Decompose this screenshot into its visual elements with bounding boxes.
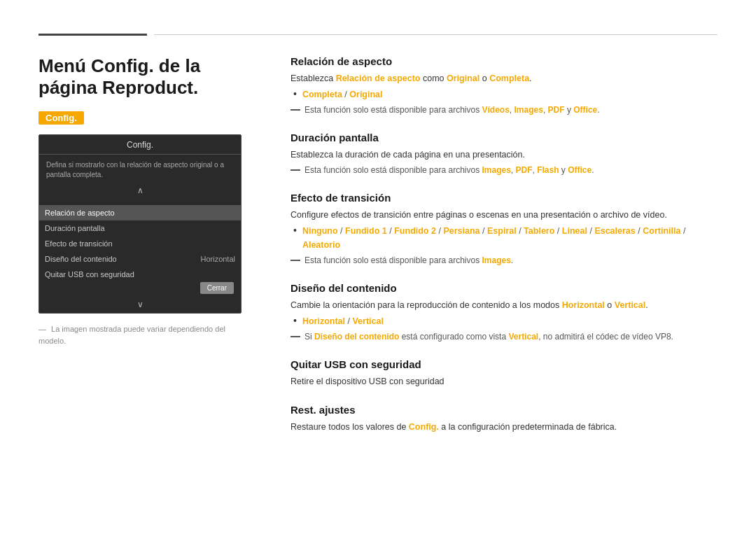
menu-item-relacion[interactable]: Relación de aspecto xyxy=(39,205,241,220)
cerrar-button[interactable]: Cerrar xyxy=(200,282,234,294)
menu-title-bar: Config. xyxy=(39,135,241,155)
section-quitar: Quitar USB con seguridad Retire el dispo… xyxy=(290,358,718,388)
menu-arrow-down-container: ∨ xyxy=(39,300,241,313)
para-efecto: Configure efectos de transición entre pá… xyxy=(290,208,718,222)
section-body-duracion: Establezca la duración de cada página en… xyxy=(290,148,718,176)
link-original: Original xyxy=(447,73,479,83)
link-original2: Original xyxy=(349,90,382,99)
image-note: ― La imagen mostrada puede variar depend… xyxy=(38,323,248,346)
link-images3: Images xyxy=(482,255,510,265)
note-line xyxy=(290,109,300,111)
bullet-diseno: • Horizontal / Vertical xyxy=(293,314,718,328)
page-title: Menú Config. de la página Reproduct. xyxy=(38,55,248,99)
top-lines xyxy=(38,34,718,36)
note-text-relacion: Esta función solo está disponible para a… xyxy=(304,104,600,116)
link-office2: Office xyxy=(568,165,592,175)
para-quitar: Retire el dispositivo USB con seguridad xyxy=(290,374,718,388)
section-body-efecto: Configure efectos de transición entre pá… xyxy=(290,208,718,267)
bullet-text-efecto: Ninguno / Fundido 1 / Fundido 2 / Persia… xyxy=(302,224,718,252)
right-column: Relación de aspecto Establezca Relación … xyxy=(290,55,718,449)
section-title-duracion: Duración pantalla xyxy=(290,132,718,143)
menu-item-quitar[interactable]: Quitar USB con seguridad xyxy=(39,267,241,282)
line-light xyxy=(154,34,718,35)
para-diseno: Cambie la orientación para la reproducci… xyxy=(290,298,718,312)
section-body-diseno: Cambie la orientación para la reproducci… xyxy=(290,298,718,343)
bullet-text-diseno: Horizontal / Vertical xyxy=(302,314,384,328)
para-rest: Restaure todos los valores de Config. a … xyxy=(290,420,718,434)
note-line xyxy=(290,336,300,337)
para-relacion: Establezca Relación de aspecto como Orig… xyxy=(290,71,718,85)
menu-mockup: Config. Defina si mostrarlo con la relac… xyxy=(38,134,241,314)
bullet-relacion: • Completa / Original xyxy=(293,87,718,101)
section-body-relacion: Establezca Relación de aspecto como Orig… xyxy=(290,71,718,116)
link-pdf: PDF xyxy=(548,105,565,115)
menu-item-efecto[interactable]: Efecto de transición xyxy=(39,236,241,251)
link-vertical: Vertical xyxy=(615,300,645,310)
link-flash: Flash xyxy=(537,165,559,175)
menu-inner-text: Defina si mostrarlo con la relación de a… xyxy=(46,160,234,180)
section-title-quitar: Quitar USB con seguridad xyxy=(290,358,718,370)
section-duracion: Duración pantalla Establezca la duración… xyxy=(290,132,718,176)
arrow-up-icon: ∧ xyxy=(137,185,144,195)
section-body-quitar: Retire el dispositivo USB con seguridad xyxy=(290,374,718,388)
link-horizontal: Horizontal xyxy=(562,300,605,310)
menu-inner: Defina si mostrarlo con la relación de a… xyxy=(39,155,241,205)
menu-arrow-up-container: ∧ xyxy=(46,185,234,195)
link-vertical2: Vertical xyxy=(508,332,538,342)
para-duracion: Establezca la duración de cada página en… xyxy=(290,148,718,162)
menu-item-diseno[interactable]: Diseño del contenido Horizontal xyxy=(39,251,241,267)
section-title-efecto: Efecto de transición xyxy=(290,192,718,204)
section-body-rest: Restaure todos los valores de Config. a … xyxy=(290,420,718,434)
link-pdf2: PDF xyxy=(516,165,533,175)
line-dark xyxy=(38,34,147,36)
menu-item-value: Horizontal xyxy=(200,255,235,263)
note-text-content: La imagen mostrada puede variar dependie… xyxy=(38,325,225,345)
bullet-dot: • xyxy=(293,224,297,238)
note-relacion: Esta función solo está disponible para a… xyxy=(290,104,718,116)
section-efecto: Efecto de transición Configure efectos d… xyxy=(290,192,718,267)
section-rest: Rest. ajustes Restaure todos los valores… xyxy=(290,404,718,434)
note-text-duracion: Esta función solo está disponible para a… xyxy=(304,164,594,176)
link-completa2: Completa xyxy=(302,90,342,99)
link-relacion: Relación de aspecto xyxy=(336,73,421,83)
section-title-diseno: Diseño del contenido xyxy=(290,282,718,294)
bullet-dot: • xyxy=(293,314,297,328)
menu-item-label: Relación de aspecto xyxy=(45,209,115,217)
note-efecto: Esta función solo está disponible para a… xyxy=(290,254,718,267)
link-config: Config. xyxy=(409,422,439,432)
link-images: Images xyxy=(514,105,543,115)
menu-item-label: Quitar USB con seguridad xyxy=(45,270,134,279)
note-text-efecto: Esta función solo está disponible para a… xyxy=(304,254,513,267)
note-text-diseno: Si Diseño del contenido está configurado… xyxy=(304,330,673,343)
menu-btn-area: Cerrar xyxy=(39,282,241,300)
main-content: Menú Config. de la página Reproduct. Con… xyxy=(38,55,718,449)
menu-item-duracion[interactable]: Duración pantalla xyxy=(39,220,241,236)
bullet-text: Completa / Original xyxy=(302,87,383,101)
link-images2: Images xyxy=(482,165,510,175)
arrow-down-icon: ∨ xyxy=(137,300,144,309)
menu-item-label: Efecto de transición xyxy=(45,239,113,248)
note-line xyxy=(290,260,300,261)
menu-item-label: Diseño del contenido xyxy=(45,255,117,263)
page: Menú Config. de la página Reproduct. Con… xyxy=(0,0,756,449)
note-dash: ― xyxy=(38,325,46,333)
note-line xyxy=(290,169,300,171)
bullet-efecto: • Ninguno / Fundido 1 / Fundido 2 / Pers… xyxy=(293,224,718,252)
config-badge: Config. xyxy=(38,111,84,125)
section-diseno: Diseño del contenido Cambie la orientaci… xyxy=(290,282,718,343)
section-title-relacion: Relación de aspecto xyxy=(290,55,718,67)
note-diseno: Si Diseño del contenido está configurado… xyxy=(290,330,718,343)
note-duracion: Esta función solo está disponible para a… xyxy=(290,164,718,176)
section-title-rest: Rest. ajustes xyxy=(290,404,718,416)
menu-item-label: Duración pantalla xyxy=(45,224,105,232)
left-column: Menú Config. de la página Reproduct. Con… xyxy=(38,55,248,449)
link-completa: Completa xyxy=(489,73,529,83)
bullet-dot: • xyxy=(293,87,297,101)
link-diseno-contenido: Diseño del contenido xyxy=(314,332,399,342)
link-office: Office xyxy=(573,105,597,115)
section-relacion: Relación de aspecto Establezca Relación … xyxy=(290,55,718,116)
link-videos: Vídeos xyxy=(482,105,509,115)
